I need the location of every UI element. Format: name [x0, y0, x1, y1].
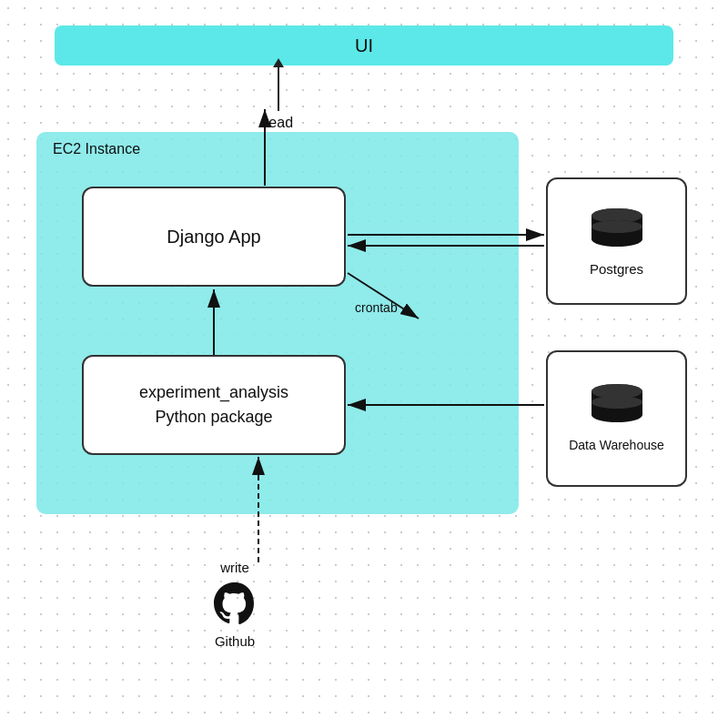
github-area: write Github [209, 560, 260, 649]
postgres-db-icon [588, 207, 646, 254]
postgres-label: Postgres [590, 261, 643, 277]
crontab-label: crontab [355, 300, 398, 315]
ui-bar-label: UI [355, 35, 373, 56]
read-arrow-line [278, 66, 279, 111]
experiment-analysis-label: experiment_analysisPython package [139, 380, 288, 430]
svg-point-2 [592, 232, 642, 247]
svg-point-5 [592, 220, 642, 233]
ec2-label: EC2 Instance [53, 141, 140, 157]
read-arrow-container: read [264, 66, 293, 131]
postgres-box: Postgres [546, 177, 687, 305]
ui-bar: UI [55, 25, 673, 66]
svg-point-8 [592, 408, 642, 422]
github-label: Github [215, 633, 255, 649]
svg-point-10 [592, 396, 642, 409]
data-warehouse-label: Data Warehouse [569, 437, 664, 455]
dw-db-icon [588, 382, 646, 430]
django-app-box: Django App [82, 187, 346, 287]
read-label: read [264, 115, 293, 131]
django-app-label: Django App [167, 227, 260, 248]
data-warehouse-box: Data Warehouse [546, 350, 687, 487]
write-label: write [220, 560, 249, 575]
experiment-analysis-box: experiment_analysisPython package [82, 355, 346, 455]
github-icon [209, 579, 260, 630]
diagram-container: UI read EC2 Instance Django App experime… [0, 0, 728, 728]
